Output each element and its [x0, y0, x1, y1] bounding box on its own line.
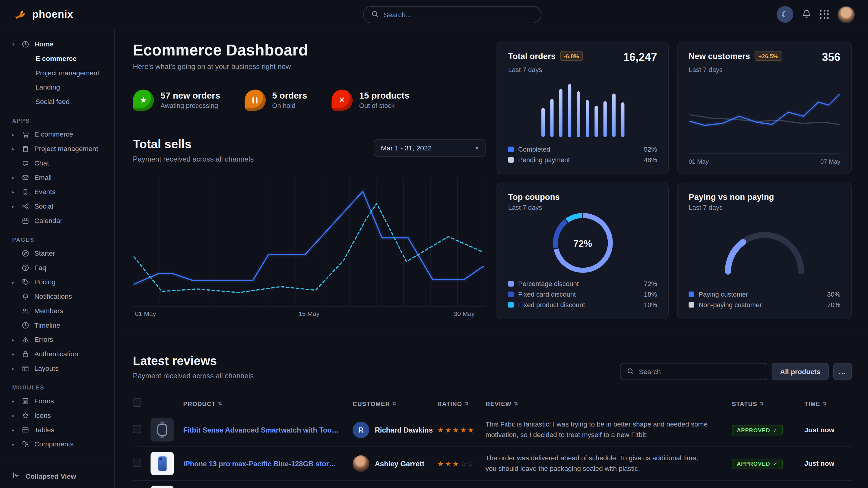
global-search[interactable] [363, 6, 541, 23]
share-icon [21, 202, 30, 211]
reviews-title: Latest reviews [133, 354, 254, 369]
lock-icon [21, 350, 30, 358]
top-coupons-caption: Last 7 days [508, 203, 657, 211]
caret-right-icon: ▸ [12, 175, 17, 180]
sidebar-subitem-project-management[interactable]: Project management [7, 66, 114, 80]
order-bar [603, 102, 607, 137]
sidebar-item-faq[interactable]: Faq [7, 261, 114, 275]
more-options-button[interactable]: ... [833, 363, 852, 380]
sort-icon[interactable]: ⇅ [514, 401, 518, 406]
sidebar-item-calendar[interactable]: Calendar [7, 214, 114, 228]
sort-icon[interactable]: ⇅ [823, 401, 827, 406]
sidebar-item-home[interactable]: ▾Home [7, 37, 114, 52]
sidebar-subitem-e-commerce[interactable]: E commerce [7, 52, 114, 66]
customer-name: Ashley Garrett [375, 459, 424, 468]
sidebar-item-timeline[interactable]: Timeline [7, 318, 114, 332]
sidebar-item-email[interactable]: ▸Email [7, 170, 114, 185]
new-customers-card: New customers +26.5% 356 Last 7 days 01 … [677, 42, 852, 174]
new-customers-caption: Last 7 days [688, 66, 840, 73]
row-checkbox[interactable] [133, 425, 142, 433]
order-bar [612, 94, 615, 137]
sidebar-item-errors[interactable]: ▸Errors [7, 332, 114, 347]
user-avatar[interactable] [838, 6, 855, 23]
sidebar-item-layouts[interactable]: ▸Layouts [7, 361, 114, 376]
column-header-product[interactable]: PRODUCT⇅ [183, 400, 353, 407]
stat-item: 5 ordersOn hold [245, 90, 307, 110]
caret-down-icon: ▾ [12, 42, 17, 47]
sidebar-subitem-landing[interactable]: Landing [7, 80, 114, 95]
caret-right-icon: ▸ [12, 413, 17, 418]
reviews-subtitle: Payment received across all channels [133, 372, 254, 380]
product-image [151, 486, 174, 488]
collapse-view-button[interactable]: Collapsed View [0, 464, 114, 488]
chevron-down-icon: ▾ [476, 145, 478, 151]
all-products-button[interactable]: All products [772, 363, 829, 380]
product-image [151, 418, 174, 442]
row-checkbox[interactable] [133, 458, 142, 467]
sidebar-item-notifications[interactable]: Notifications [7, 289, 114, 304]
caret-right-icon: ▸ [12, 366, 17, 371]
column-header-label: PRODUCT [183, 400, 216, 407]
x-axis-label: 01 May [688, 158, 709, 165]
customer-avatar: R [352, 422, 369, 438]
sort-icon[interactable]: ⇅ [464, 401, 469, 406]
column-header-status[interactable]: STATUS⇅ [732, 400, 804, 407]
sidebar-item-starter[interactable]: Starter [7, 246, 114, 261]
order-bar [559, 89, 562, 137]
reviews-search-input[interactable] [639, 368, 760, 376]
x-axis-label: 01 May [135, 311, 156, 317]
status-badge: APPROVED✓ [732, 459, 783, 469]
sidebar-item-members[interactable]: Members [7, 304, 114, 318]
date-range-select[interactable]: Mar 1 - 31, 2022 ▾ [374, 139, 486, 157]
customer-name: Richard Dawkins [375, 426, 433, 434]
paying-gauge-chart [688, 211, 840, 289]
sidebar-item-social[interactable]: ▸Social [7, 199, 114, 214]
column-header-rating[interactable]: RATING⇅ [437, 400, 486, 407]
sort-icon[interactable]: ⇅ [218, 401, 222, 406]
select-all-checkbox[interactable] [133, 398, 142, 407]
moon-icon: ☾ [781, 9, 789, 19]
sort-icon[interactable]: ⇅ [392, 401, 397, 406]
date-range-value: Mar 1 - 31, 2022 [381, 144, 432, 152]
sort-icon[interactable]: ⇅ [760, 401, 764, 406]
sidebar-item-pricing[interactable]: ▸Pricing [7, 275, 114, 289]
product-link[interactable]: iPhone 13 pro max-Pacific Blue-128GB sto… [183, 459, 353, 468]
sidebar-item-chat[interactable]: Chat [7, 156, 114, 171]
product-link[interactable]: Fitbit Sense Advanced Smartwatch with To… [183, 426, 353, 434]
sidebar-item-components[interactable]: ▸Components [7, 437, 114, 452]
notifications-button[interactable] [802, 8, 812, 20]
table-header: PRODUCT⇅CUSTOMER⇅RATING⇅REVIEW⇅STATUS⇅TI… [133, 395, 852, 413]
sidebar-subitem-social-feed[interactable]: Social feed [7, 95, 114, 109]
legend-swatch [508, 281, 514, 286]
sidebar-item-forms[interactable]: ▸Forms [7, 394, 114, 409]
sidebar-item-e-commerce[interactable]: ▸E commerce [7, 127, 114, 142]
paying-title: Paying vs non paying [688, 192, 774, 201]
compass-icon [21, 249, 30, 258]
top-navbar: phoenix ☾ [0, 0, 868, 29]
sidebar-item-authentication[interactable]: ▸Authentication [7, 347, 114, 361]
table-row [133, 481, 852, 488]
brand[interactable]: phoenix [13, 6, 119, 22]
bell-icon [802, 8, 812, 20]
sidebar-item-project-management[interactable]: ▸Project management [7, 142, 114, 156]
legend-swatch [508, 302, 514, 307]
column-header-time[interactable]: TIME⇅ [804, 400, 852, 407]
global-search-input[interactable] [384, 11, 533, 19]
reviews-search[interactable] [620, 363, 767, 380]
bookmark-icon [21, 188, 30, 196]
new-customers-value: 356 [822, 51, 840, 64]
total-orders-title: Total orders [508, 51, 556, 61]
apps-grid-button[interactable] [820, 10, 829, 19]
review-text: The order was delivered ahead of schedul… [486, 453, 732, 474]
theme-toggle-button[interactable]: ☾ [777, 6, 793, 23]
order-stats: ★57 new ordersAwating processing5 orders… [133, 90, 486, 110]
tag-icon [21, 278, 30, 286]
sidebar-item-tables[interactable]: ▸Tables [7, 423, 114, 437]
column-header-review[interactable]: REVIEW⇅ [486, 400, 732, 407]
legend-item: Completed52% [508, 144, 657, 154]
column-header-customer[interactable]: CUSTOMER⇅ [352, 400, 437, 407]
table-row: iPhone 13 pro max-Pacific Blue-128GB sto… [133, 447, 852, 481]
sidebar-item-events[interactable]: ▸Events [7, 185, 114, 199]
sidebar-item-icons[interactable]: ▸Icons [7, 409, 114, 423]
caret-right-icon: ▸ [12, 352, 17, 357]
